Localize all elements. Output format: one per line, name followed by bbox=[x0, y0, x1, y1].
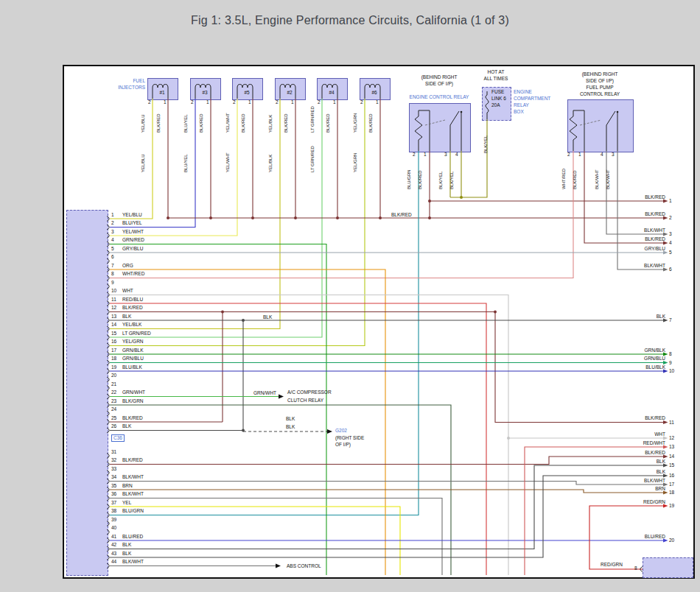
diagram-canvas: FUELINJECTORS#121YEL/BLUYEL/BLUBLK/RED#3… bbox=[0, 0, 700, 592]
diagram-frame bbox=[63, 65, 695, 579]
